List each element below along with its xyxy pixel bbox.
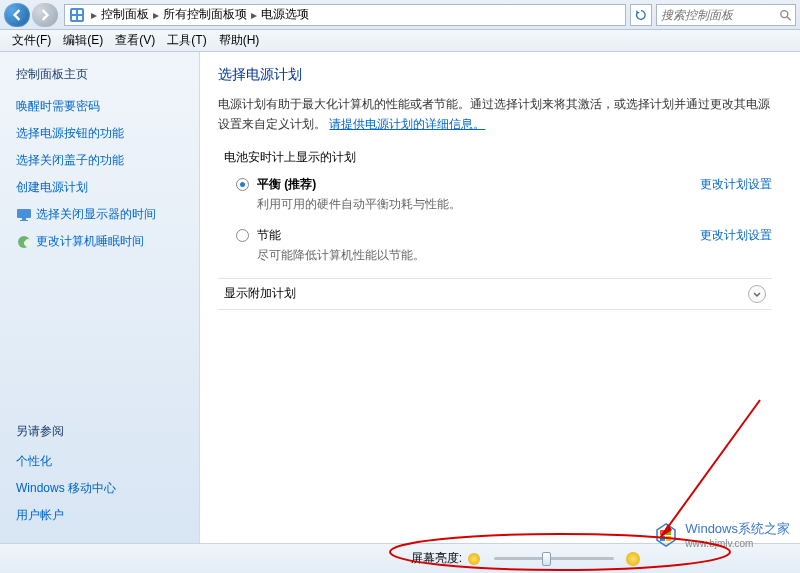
sidebar-link-label: 选择关闭盖子的功能 (16, 152, 124, 169)
sidebar-link-label: 选择关闭显示器的时间 (36, 206, 156, 223)
plan-desc: 利用可用的硬件自动平衡功耗与性能。 (257, 196, 680, 213)
main-panel: 选择电源计划 电源计划有助于最大化计算机的性能或者节能。通过选择计划来将其激活，… (200, 52, 800, 543)
show-additional-plans[interactable]: 显示附加计划 (218, 278, 772, 310)
svg-rect-2 (78, 10, 82, 14)
svg-point-5 (780, 10, 787, 17)
page-description-text: 电源计划有助于最大化计算机的性能或者节能。通过选择计划来将其激活，或选择计划并通… (218, 97, 770, 131)
breadcrumb-part[interactable]: 所有控制面板项 (161, 6, 249, 23)
forward-button[interactable] (32, 3, 58, 27)
monitor-icon (16, 207, 32, 223)
sidebar-link-power-button[interactable]: 选择电源按钮的功能 (16, 125, 183, 142)
arrow-left-icon (11, 9, 23, 21)
breadcrumb-part[interactable]: 电源选项 (259, 6, 311, 23)
plan-name: 节能 (257, 227, 680, 244)
refresh-button[interactable] (630, 4, 652, 26)
nav-bar: ▸ 控制面板 ▸ 所有控制面板项 ▸ 电源选项 (0, 0, 800, 30)
see-also-title: 另请参阅 (16, 423, 183, 440)
plan-desc: 尽可能降低计算机性能以节能。 (257, 247, 680, 264)
sun-low-icon (468, 553, 480, 565)
show-more-label: 显示附加计划 (224, 285, 296, 302)
breadcrumb[interactable]: ▸ 控制面板 ▸ 所有控制面板项 ▸ 电源选项 (64, 4, 626, 26)
brightness-slider[interactable] (494, 557, 614, 560)
sidebar-link-label: 创建电源计划 (16, 179, 88, 196)
menu-help[interactable]: 帮助(H) (213, 32, 266, 49)
menu-edit[interactable]: 编辑(E) (57, 32, 109, 49)
search-input[interactable] (661, 8, 777, 22)
chevron-right-icon: ▸ (153, 8, 159, 22)
plan-row-energy-saver: 节能 尽可能降低计算机性能以节能。 更改计划设置 (236, 227, 772, 264)
bottom-bar: 屏幕亮度: (0, 543, 800, 573)
svg-rect-1 (72, 10, 76, 14)
sidebar-link-wake-password[interactable]: 唤醒时需要密码 (16, 98, 183, 115)
plan-name: 平衡 (推荐) (257, 176, 680, 193)
svg-rect-8 (22, 218, 26, 220)
sidebar-link-close-lid[interactable]: 选择关闭盖子的功能 (16, 152, 183, 169)
sidebar: 控制面板主页 唤醒时需要密码 选择电源按钮的功能 选择关闭盖子的功能 创建电源计… (0, 52, 200, 543)
section-header: 电池安时计上显示的计划 (224, 149, 772, 166)
menu-bar: 文件(F) 编辑(E) 查看(V) 工具(T) 帮助(H) (0, 30, 800, 52)
slider-thumb[interactable] (542, 552, 551, 566)
svg-rect-9 (20, 220, 28, 221)
content: 控制面板主页 唤醒时需要密码 选择电源按钮的功能 选择关闭盖子的功能 创建电源计… (0, 52, 800, 543)
arrow-right-icon (39, 9, 51, 21)
sidebar-link-label: 唤醒时需要密码 (16, 98, 100, 115)
radio-balanced[interactable] (236, 178, 249, 191)
page-description: 电源计划有助于最大化计算机的性能或者节能。通过选择计划来将其激活，或选择计划并通… (218, 94, 772, 135)
radio-energy-saver[interactable] (236, 229, 249, 242)
see-also-personalization[interactable]: 个性化 (16, 453, 183, 470)
see-also-user-accounts[interactable]: 用户帐户 (16, 507, 183, 524)
plan-row-balanced: 平衡 (推荐) 利用可用的硬件自动平衡功耗与性能。 更改计划设置 (236, 176, 772, 213)
sidebar-link-create-plan[interactable]: 创建电源计划 (16, 179, 183, 196)
control-panel-icon (69, 7, 85, 23)
chevron-down-icon (748, 285, 766, 303)
refresh-icon (635, 9, 647, 21)
svg-rect-7 (17, 209, 31, 218)
change-plan-settings-link[interactable]: 更改计划设置 (700, 227, 772, 244)
change-plan-settings-link[interactable]: 更改计划设置 (700, 176, 772, 193)
chevron-right-icon: ▸ (91, 8, 97, 22)
chevron-right-icon: ▸ (251, 8, 257, 22)
sidebar-link-display-off[interactable]: 选择关闭显示器的时间 (16, 206, 183, 223)
menu-tools[interactable]: 工具(T) (161, 32, 212, 49)
sun-high-icon (626, 552, 640, 566)
sidebar-link-sleep-time[interactable]: 更改计算机睡眠时间 (16, 233, 183, 250)
search-box[interactable] (656, 4, 796, 26)
brightness-label: 屏幕亮度: (411, 550, 480, 567)
menu-view[interactable]: 查看(V) (109, 32, 161, 49)
breadcrumb-part[interactable]: 控制面板 (99, 6, 151, 23)
svg-rect-4 (78, 16, 82, 20)
back-button[interactable] (4, 3, 30, 27)
sleep-icon (16, 234, 32, 250)
sidebar-link-label: 选择电源按钮的功能 (16, 125, 124, 142)
page-title: 选择电源计划 (218, 66, 772, 84)
svg-rect-3 (72, 16, 76, 20)
sidebar-link-label: 更改计算机睡眠时间 (36, 233, 144, 250)
svg-line-6 (787, 16, 791, 20)
plan-details-link[interactable]: 请提供电源计划的详细信息。 (329, 117, 485, 131)
search-icon (779, 8, 791, 22)
sidebar-home[interactable]: 控制面板主页 (16, 66, 183, 83)
see-also-mobility-center[interactable]: Windows 移动中心 (16, 480, 183, 497)
menu-file[interactable]: 文件(F) (6, 32, 57, 49)
